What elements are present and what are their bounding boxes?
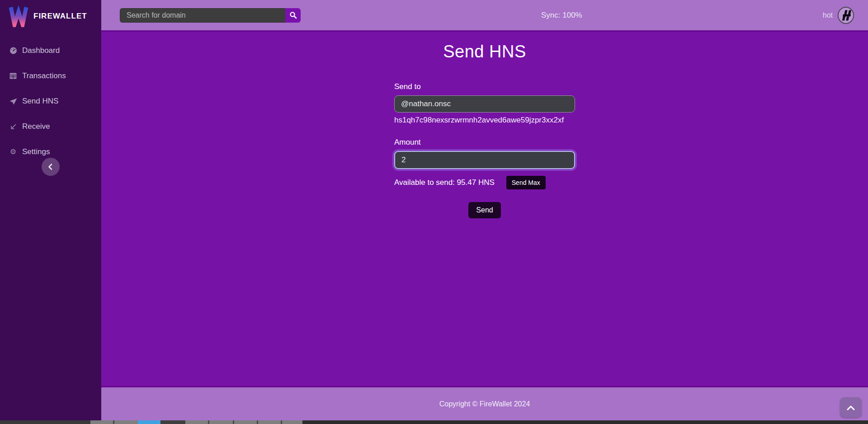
taskbar-segment[interactable]	[282, 420, 302, 424]
handshake-icon	[837, 6, 854, 24]
search-input[interactable]	[120, 8, 285, 23]
sync-status: Sync: 100%	[541, 11, 582, 20]
sidebar-nav: Dashboard Transactions Send HNS Receive …	[0, 38, 101, 165]
chevron-up-icon	[846, 405, 856, 411]
taskbar-segment[interactable]	[160, 420, 185, 424]
scroll-to-top-button[interactable]	[840, 397, 862, 418]
sidebar-item-label: Send HNS	[22, 97, 58, 106]
sidebar-item-label: Transactions	[22, 71, 66, 80]
taskbar-segment	[302, 420, 868, 424]
footer: Copyright © FireWallet 2024	[101, 386, 868, 420]
sidebar-item-label: Receive	[22, 122, 50, 131]
sidebar-item-label: Dashboard	[22, 46, 60, 55]
send-max-button[interactable]: Send Max	[506, 176, 546, 189]
taskbar-active-segment[interactable]	[138, 420, 160, 424]
amount-label: Amount	[394, 138, 575, 147]
firewallet-w-logo-icon	[9, 5, 28, 27]
sidebar-item-send-hns[interactable]: Send HNS	[0, 89, 101, 114]
sidebar-collapse-button[interactable]	[42, 158, 60, 176]
taskbar-strip	[0, 420, 868, 424]
wallet-name: hot	[823, 11, 833, 19]
page-title: Send HNS	[101, 42, 868, 61]
sidebar-item-dashboard[interactable]: Dashboard	[0, 38, 101, 63]
chevron-left-icon	[46, 162, 55, 171]
send-button[interactable]: Send	[468, 202, 500, 218]
taskbar-segment[interactable]	[234, 420, 257, 424]
send-row: Send	[394, 202, 575, 218]
available-row: Available to send: 95.47 HNS Send Max	[394, 176, 575, 189]
search-icon	[289, 11, 297, 19]
brand-name: FIREWALLET	[33, 12, 87, 21]
gear-icon: ⚙	[9, 148, 17, 155]
domain-search	[120, 8, 301, 23]
taskbar-segment[interactable]	[90, 420, 113, 424]
sidebar-item-label: Settings	[22, 147, 50, 156]
send-to-input[interactable]	[394, 95, 575, 113]
available-balance: Available to send: 95.47 HNS	[394, 178, 495, 187]
taskbar-segment[interactable]	[185, 420, 208, 424]
arrow-down-left-icon	[9, 123, 17, 130]
taskbar-segment[interactable]	[0, 420, 90, 424]
sidebar-item-transactions[interactable]: Transactions	[0, 63, 101, 89]
dashboard-gauge-icon	[9, 47, 17, 54]
wallet-menu[interactable]: hot	[823, 6, 854, 24]
main-content: Send HNS Send to hs1qh7c98nexsrzwrmnh2av…	[101, 32, 868, 386]
sidebar-item-receive[interactable]: Receive	[0, 114, 101, 139]
send-to-label: Send to	[394, 82, 575, 91]
topbar: Sync: 100% hot	[101, 0, 868, 32]
sidebar: FIREWALLET Dashboard Transactions Send H…	[0, 0, 101, 420]
resolved-address: hs1qh7c98nexsrzwrmnh2avved6awe59jzpr3xx2…	[394, 116, 575, 125]
brand[interactable]: FIREWALLET	[0, 0, 101, 32]
amount-input[interactable]	[394, 151, 575, 169]
send-form: Send to hs1qh7c98nexsrzwrmnh2avved6awe59…	[394, 82, 575, 218]
transactions-table-icon	[9, 72, 17, 80]
taskbar-segment[interactable]	[114, 420, 138, 424]
taskbar-segment[interactable]	[258, 420, 281, 424]
taskbar-segment[interactable]	[209, 420, 233, 424]
search-button[interactable]	[285, 8, 301, 23]
paper-plane-icon	[9, 98, 17, 105]
copyright-text: Copyright © FireWallet 2024	[439, 400, 530, 408]
